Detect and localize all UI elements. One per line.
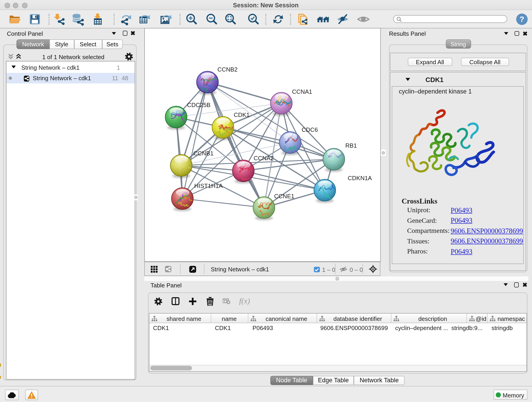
svg-text:CDC25B: CDC25B [187,102,210,109]
svg-text:CCNB2: CCNB2 [217,66,237,73]
svg-text:CCNE1: CCNE1 [274,193,294,200]
svg-text:CDK1: CDK1 [234,111,249,118]
svg-text:RB1: RB1 [345,142,357,149]
svg-text:CCNA1: CCNA1 [292,89,312,95]
svg-text:CCNB1: CCNB1 [193,150,213,157]
svg-text:HIST1H1A: HIST1H1A [194,183,223,190]
svg-text:CDKN1A: CDKN1A [348,175,372,182]
svg-text:CDC6: CDC6 [302,127,318,133]
svg-text:CCNA2: CCNA2 [253,155,273,162]
svg-text:?: ? [519,15,524,23]
